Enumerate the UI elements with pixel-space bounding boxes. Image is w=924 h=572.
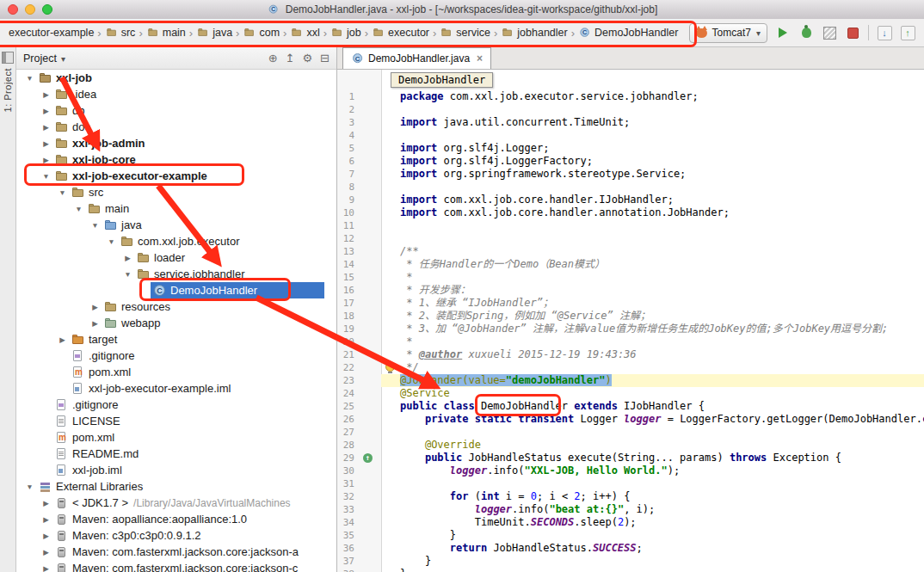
code-text[interactable]: }: [381, 529, 924, 542]
run-config-select[interactable]: Tomcat7: [689, 23, 767, 43]
breadcrumb-item-main[interactable]: main: [146, 26, 186, 40]
expand-arrow-icon[interactable]: ▶: [40, 499, 52, 507]
tree-item-readme-md[interactable]: README.md: [16, 446, 336, 462]
code-text[interactable]: return JobHandleStatus.SUCCESS;: [381, 542, 924, 555]
breadcrumb-item-src[interactable]: src: [105, 26, 136, 40]
collapse-arrow-icon[interactable]: ▼: [121, 270, 134, 279]
tree-item-resources[interactable]: ▶resources: [16, 298, 336, 315]
breadcrumb-item-xxl[interactable]: xxl: [290, 26, 319, 40]
collapse-arrow-icon[interactable]: ▼: [56, 188, 69, 197]
override-marker-icon[interactable]: [363, 453, 373, 463]
tree-item-license[interactable]: LICENSE: [16, 413, 336, 429]
expand-arrow-icon[interactable]: ▶: [121, 254, 134, 262]
code-text[interactable]: }: [381, 568, 924, 572]
breadcrumb-item-service[interactable]: service: [440, 26, 490, 40]
breadcrumb-item-demojobhandler[interactable]: DemoJobHandler: [578, 26, 678, 40]
project-tool-window-button[interactable]: 1: Project: [2, 52, 14, 112]
tree-item-maven-c3p0-c3p0-0-9-1-2[interactable]: ▶Maven: c3p0:c3p0:0.9.1.2: [16, 527, 336, 544]
expand-arrow-icon[interactable]: ▶: [40, 548, 52, 557]
expand-arrow-icon[interactable]: ▶: [89, 303, 102, 311]
code-text[interactable]: *: [381, 271, 924, 284]
code-text[interactable]: [381, 477, 924, 490]
tree-item-target[interactable]: ▶target: [16, 331, 336, 348]
tree-item-xxl-job-iml[interactable]: xxl-job.iml: [16, 462, 336, 478]
code-text[interactable]: public JobHandleStatus execute(String...…: [381, 452, 924, 464]
tree-item-external-libraries[interactable]: ▼External Libraries: [16, 478, 336, 495]
tree-item-java[interactable]: ▼java: [16, 217, 336, 233]
breadcrumb-item-job[interactable]: job: [330, 26, 361, 40]
code-text[interactable]: import org.slf4j.Logger;: [381, 142, 924, 155]
breadcrumb-item-java[interactable]: java: [196, 26, 232, 40]
tree-item-jdk1-7[interactable]: ▶< JDK1.7 >/Library/Java/JavaVirtualMach…: [16, 495, 336, 511]
breadcrumb-item-com[interactable]: com: [243, 26, 280, 40]
code-text[interactable]: logger.info("beat at:{}", i);: [381, 503, 924, 516]
tree-item-db[interactable]: ▶db: [16, 102, 336, 119]
expand-arrow-icon[interactable]: ▶: [40, 515, 52, 524]
code-text[interactable]: TimeUnit.SECONDS.sleep(2);: [381, 516, 924, 529]
minimize-window-button[interactable]: [25, 4, 35, 15]
code-text[interactable]: [381, 426, 924, 439]
tree-item-maven-com-fasterxml-jackson-core-jackson-c[interactable]: ▶Maven: com.fasterxml.jackson.core:jacks…: [16, 560, 336, 572]
code-text[interactable]: import java.util.concurrent.TimeUnit;: [381, 116, 924, 129]
collapse-arrow-icon[interactable]: ▼: [40, 172, 52, 181]
settings-gear-icon[interactable]: ⚙: [302, 52, 312, 64]
collapse-arrow-icon[interactable]: ▼: [105, 237, 118, 246]
code-text[interactable]: }: [381, 555, 924, 568]
coverage-button[interactable]: [822, 25, 837, 40]
expand-arrow-icon[interactable]: ▶: [56, 335, 69, 344]
code-text[interactable]: * 开发步骤：: [381, 284, 924, 297]
code-text[interactable]: [381, 103, 924, 116]
expand-arrow-icon[interactable]: ▶: [40, 139, 52, 148]
collapse-arrow-icon[interactable]: ▼: [72, 205, 85, 213]
code-text[interactable]: [381, 129, 924, 142]
locate-icon[interactable]: ⊕: [268, 52, 278, 64]
code-text[interactable]: *: [381, 335, 924, 348]
close-tab-icon[interactable]: [477, 52, 483, 65]
code-text[interactable]: @Override: [381, 439, 924, 452]
code-text[interactable]: */: [381, 361, 924, 374]
expand-arrow-icon[interactable]: ▶: [40, 123, 52, 132]
collapse-all-icon[interactable]: ↥: [286, 52, 295, 64]
editor-breadcrumb-chip[interactable]: DemoJobHandler: [391, 72, 493, 88]
expand-arrow-icon[interactable]: ▶: [40, 156, 52, 164]
code-text[interactable]: logger.info("XXL-JOB, Hello World.");: [381, 464, 924, 477]
code-text[interactable]: /**: [381, 245, 924, 258]
expand-arrow-icon[interactable]: ▶: [40, 564, 52, 572]
tree-item-doc[interactable]: ▶doc: [16, 119, 336, 135]
tree-item-gitignore[interactable]: .gitignore: [16, 348, 336, 364]
tree-item-demojobhandler[interactable]: DemoJobHandler: [16, 282, 336, 298]
tree-item-idea[interactable]: ▶.idea: [16, 86, 336, 102]
code-text[interactable]: import com.xxl.job.core.handler.annotati…: [381, 206, 924, 219]
code-text[interactable]: * 2、装配到Spring，例如加 “@Service” 注解；: [381, 310, 924, 323]
expand-arrow-icon[interactable]: ▶: [40, 90, 52, 99]
code-text[interactable]: * @author xuxueli 2015-12-19 19:43:36: [381, 348, 924, 361]
code-text[interactable]: * 任务Handler的一个Demo（Bean模式）: [381, 258, 924, 271]
breadcrumb-item-executor-example[interactable]: executor-example: [9, 27, 94, 39]
tree-item-loader[interactable]: ▶loader: [16, 249, 336, 266]
vcs-update-button[interactable]: [877, 25, 892, 40]
tree-item-main[interactable]: ▼main: [16, 200, 336, 217]
code-text[interactable]: [381, 219, 924, 232]
tree-item-xxl-job-core[interactable]: ▶xxl-job-core: [16, 151, 336, 168]
tree-item-xxl-job[interactable]: ▼xxl-job: [16, 70, 336, 86]
tree-item-src[interactable]: ▼src: [16, 184, 336, 200]
zoom-window-button[interactable]: [42, 4, 52, 15]
tree-item-xxl-job-admin[interactable]: ▶xxl-job-admin: [16, 135, 336, 151]
expand-arrow-icon[interactable]: ▶: [89, 319, 102, 328]
close-window-button[interactable]: [8, 4, 18, 15]
vcs-commit-button[interactable]: [900, 25, 915, 40]
tree-item-com-xxl-job-executor[interactable]: ▼com.xxl.job.executor: [16, 233, 336, 249]
project-view-select[interactable]: Project: [23, 52, 65, 65]
code-text[interactable]: private static transient Logger logger =…: [381, 413, 924, 426]
breadcrumb-item-executor[interactable]: executor: [372, 26, 429, 40]
code-text[interactable]: @JobHander(value="demoJobHandler"): [381, 374, 924, 387]
run-button[interactable]: [775, 25, 791, 40]
code-text[interactable]: import org.slf4j.LoggerFactory;: [381, 155, 924, 168]
hide-panel-icon[interactable]: ⊟: [320, 52, 330, 64]
code-text[interactable]: [381, 181, 924, 194]
code-text[interactable]: for (int i = 0; i < 2; i++) {: [381, 490, 924, 503]
debug-button[interactable]: [798, 25, 814, 40]
code-text[interactable]: import com.xxl.job.core.handler.IJobHand…: [381, 194, 924, 206]
collapse-arrow-icon[interactable]: ▼: [23, 483, 36, 491]
tree-item-maven-aopalliance-aopalliance-1-0[interactable]: ▶Maven: aopalliance:aopalliance:1.0: [16, 511, 336, 527]
